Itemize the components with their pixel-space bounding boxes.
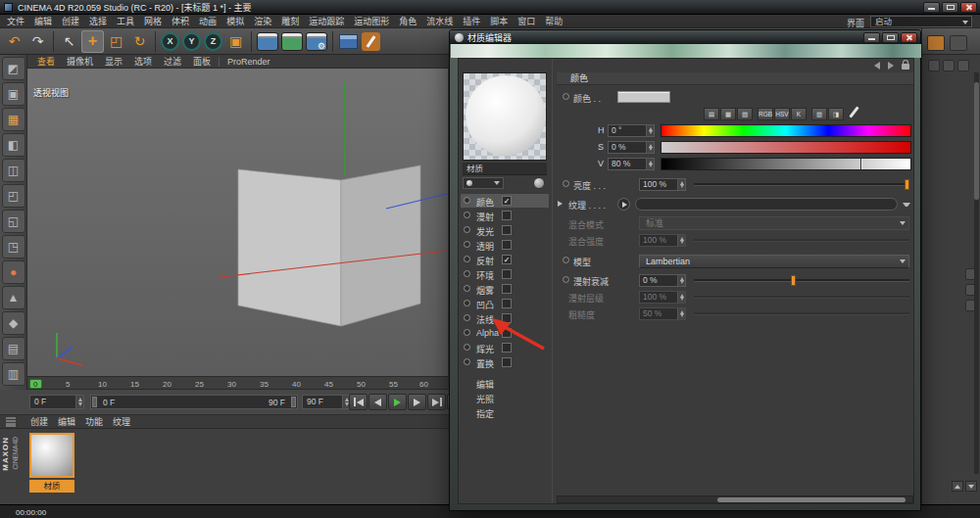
- material-menu-function[interactable]: 功能: [80, 415, 108, 428]
- close-button[interactable]: [960, 2, 977, 13]
- frame-end-spinner[interactable]: 90 F: [302, 395, 351, 409]
- toolbar-icon-partial[interactable]: [950, 35, 967, 51]
- edges-mode-button[interactable]: ◰: [2, 184, 25, 208]
- texture-menu-button[interactable]: [617, 198, 630, 211]
- spinner-arrows[interactable]: [677, 275, 685, 286]
- editor-tab[interactable]: 编辑: [476, 378, 494, 391]
- swatches-button[interactable]: ▥: [811, 108, 827, 120]
- menu-mesh[interactable]: 网格: [139, 15, 167, 27]
- channel-radio[interactable]: [464, 270, 470, 277]
- lock-icon[interactable]: [902, 64, 909, 70]
- channel-checkbox[interactable]: [502, 284, 512, 294]
- menu-window[interactable]: 窗口: [513, 15, 540, 27]
- y-axis-lock-button[interactable]: Y: [182, 32, 201, 51]
- preview-type-dropdown[interactable]: [463, 177, 504, 189]
- channel-radio[interactable]: [464, 197, 470, 204]
- undo-button[interactable]: ↶: [3, 30, 25, 53]
- viewport-menu-prorender[interactable]: ProRender: [221, 57, 276, 67]
- viewport-menu-view[interactable]: 查看: [31, 55, 61, 68]
- redo-button[interactable]: ↷: [26, 30, 49, 53]
- channel-checkbox[interactable]: ✓: [502, 196, 512, 206]
- viewport-menu-cameras[interactable]: 摄像机: [61, 55, 99, 68]
- range-right-grip[interactable]: [291, 397, 296, 407]
- channel-radio[interactable]: [464, 256, 470, 262]
- viewport-menu-panel[interactable]: 面板: [187, 55, 217, 68]
- animation-dot[interactable]: [563, 180, 569, 187]
- panel-icon[interactable]: [943, 60, 955, 71]
- points-mode-button[interactable]: ◫: [2, 159, 25, 182]
- menu-edit[interactable]: 编辑: [29, 15, 57, 27]
- maximize-button[interactable]: [942, 2, 958, 13]
- preview-render-icon[interactable]: [533, 177, 545, 189]
- channel-row-reflectance[interactable]: 反射✓: [461, 253, 549, 266]
- value-marker[interactable]: [860, 159, 862, 169]
- menu-render[interactable]: 渲染: [249, 15, 276, 27]
- polygons-mode-button[interactable]: ◱: [2, 210, 25, 233]
- viewport-menu-filter[interactable]: 过滤: [158, 55, 187, 68]
- texture-path-field[interactable]: [635, 198, 898, 211]
- animation-dot[interactable]: [563, 257, 569, 263]
- horizontal-scrollbar[interactable]: [557, 495, 913, 503]
- undo-history-mode-button[interactable]: ◩: [2, 57, 25, 80]
- hue-spinner[interactable]: 0 °: [608, 124, 655, 137]
- channel-radio[interactable]: [464, 314, 470, 321]
- scrollbar-thumb[interactable]: [974, 82, 979, 200]
- render-picture-viewer-button[interactable]: [281, 32, 303, 51]
- model-dropdown[interactable]: Lambertian: [639, 255, 909, 268]
- material-name-label[interactable]: 材质: [29, 480, 74, 493]
- animation-dot[interactable]: [563, 276, 569, 283]
- channel-row-fog[interactable]: 烟雾: [461, 282, 549, 296]
- brightness-slider[interactable]: [694, 178, 909, 191]
- scrollbar-thumb[interactable]: [717, 497, 906, 502]
- lock-workplane-button[interactable]: ▲: [2, 286, 25, 309]
- spline-pen-button[interactable]: [362, 32, 380, 51]
- channel-checkbox[interactable]: ✓: [502, 255, 512, 264]
- color-mode-button[interactable]: ▤: [704, 108, 719, 120]
- move-tool-button[interactable]: +: [81, 30, 104, 53]
- channel-row-color[interactable]: 颜色✓: [461, 194, 549, 208]
- channel-row-environment[interactable]: 环境: [461, 267, 549, 281]
- channel-checkbox[interactable]: [502, 225, 512, 235]
- channel-radio[interactable]: [464, 344, 470, 351]
- channel-radio[interactable]: [464, 241, 470, 248]
- k-mode-button[interactable]: K: [791, 108, 807, 120]
- channel-radio[interactable]: [464, 300, 470, 306]
- enable-axis-button[interactable]: ◳: [2, 235, 25, 259]
- channel-row-transparency[interactable]: 透明: [461, 238, 549, 252]
- material-name-field[interactable]: 材质: [463, 163, 547, 175]
- color-mode-button[interactable]: ▧: [737, 108, 753, 120]
- color-mode-button[interactable]: ▦: [720, 108, 736, 120]
- saturation-spinner[interactable]: 0 %: [608, 141, 655, 154]
- panel-icon[interactable]: [928, 60, 940, 71]
- rgb-mode-button[interactable]: RGB: [758, 108, 773, 120]
- previous-frame-button[interactable]: [368, 394, 387, 410]
- diffuse-falloff-slider[interactable]: [694, 274, 909, 287]
- render-view-button[interactable]: [257, 32, 278, 51]
- illumination-tab[interactable]: 光照: [476, 393, 494, 405]
- channel-radio[interactable]: [464, 285, 470, 292]
- paint-mode-button[interactable]: ▤: [2, 337, 25, 360]
- viewport-menu-options[interactable]: 选项: [128, 55, 158, 68]
- nav-forward-icon[interactable]: [888, 62, 894, 70]
- channel-row-displacement[interactable]: 置换: [461, 355, 549, 369]
- scroll-up-button[interactable]: [952, 481, 963, 492]
- menu-volume[interactable]: 体积: [167, 15, 194, 27]
- menu-animate[interactable]: 动画: [194, 15, 221, 27]
- spinner-arrows[interactable]: [677, 179, 685, 190]
- channel-row-diffusion[interactable]: 漫射: [461, 209, 549, 222]
- spinner-arrows[interactable]: [646, 125, 654, 136]
- dialog-close-button[interactable]: [901, 32, 917, 43]
- menu-simulate[interactable]: 模拟: [221, 15, 249, 27]
- timeline-ruler[interactable]: 0 5 10 15 20 25 30 35 40 45 50 55 60: [27, 376, 448, 390]
- rotate-tool-button[interactable]: ↻: [128, 30, 151, 53]
- range-left-grip[interactable]: [92, 397, 97, 407]
- mixer-button[interactable]: ◨: [828, 108, 844, 120]
- channel-radio[interactable]: [464, 226, 470, 233]
- material-menu-edit[interactable]: 编辑: [53, 415, 80, 428]
- spinner-arrows[interactable]: [75, 396, 83, 408]
- scroll-down-button[interactable]: [965, 481, 977, 492]
- menu-tools[interactable]: 工具: [112, 15, 139, 27]
- channel-radio[interactable]: [464, 329, 470, 336]
- panel-icon[interactable]: [957, 60, 969, 71]
- slider-handle[interactable]: [791, 275, 796, 286]
